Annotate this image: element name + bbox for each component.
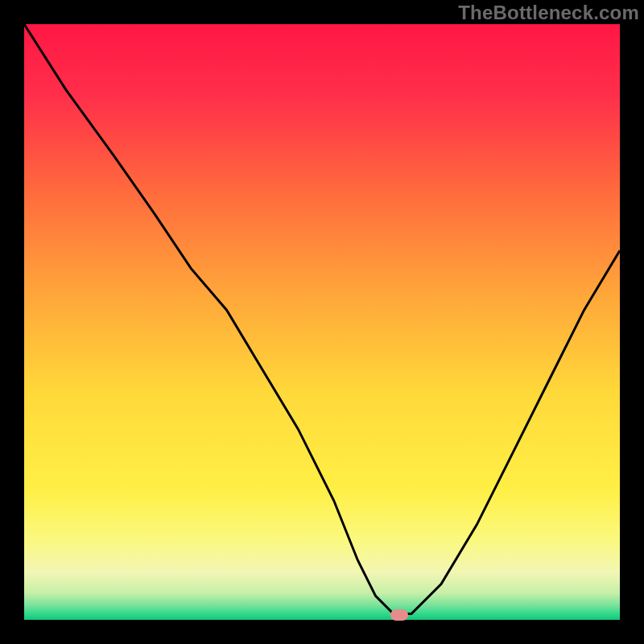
- chart-frame: TheBottleneck.com: [0, 0, 644, 644]
- optimal-marker: [390, 609, 408, 621]
- chart-svg: [24, 24, 620, 620]
- watermark-text: TheBottleneck.com: [458, 2, 639, 24]
- plot-area: [24, 24, 620, 620]
- gradient-background: [24, 24, 620, 620]
